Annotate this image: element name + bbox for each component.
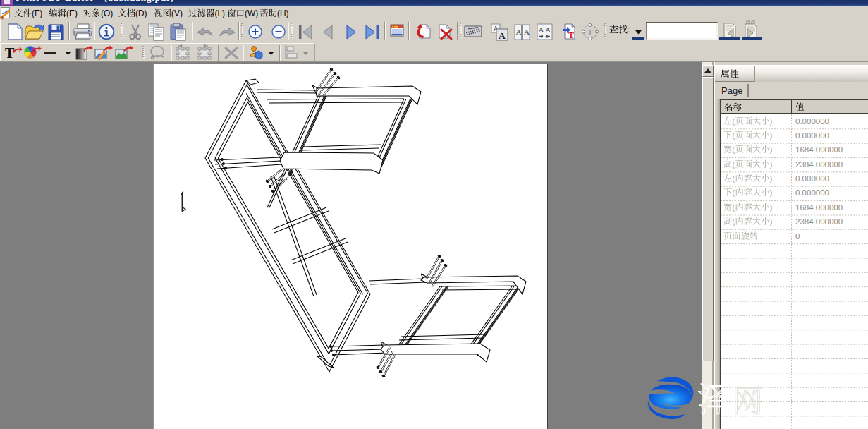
svg-text:(: (	[732, 116, 735, 125]
svg-text:(E): (E)	[66, 8, 78, 18]
svg-text:): )	[770, 188, 773, 197]
svg-text:(: (	[732, 145, 735, 154]
svg-text:): )	[770, 159, 773, 169]
svg-text:A: A	[516, 28, 522, 36]
svg-text:(L): (L)	[215, 8, 226, 18]
svg-text:(H): (H)	[277, 8, 289, 18]
svg-text:(: (	[732, 174, 735, 183]
svg-text:A: A	[524, 28, 530, 36]
svg-text:(: (	[732, 203, 735, 212]
svg-text:): )	[770, 131, 773, 140]
svg-text:T: T	[568, 30, 574, 40]
svg-text:(: (	[732, 217, 735, 226]
svg-text:): )	[770, 203, 773, 212]
svg-text:(F): (F)	[32, 8, 42, 18]
svg-text:(W): (W)	[245, 8, 258, 18]
svg-text:): )	[770, 145, 773, 154]
svg-text:(O): (O)	[101, 8, 113, 18]
svg-text:(D): (D)	[135, 8, 147, 18]
svg-text:T: T	[587, 27, 593, 37]
svg-text:A: A	[499, 30, 506, 41]
svg-text:A: A	[545, 25, 551, 34]
svg-text:T: T	[5, 45, 15, 61]
svg-text:(: (	[732, 131, 735, 140]
svg-text:(: (	[732, 188, 735, 197]
svg-text:A: A	[539, 25, 544, 34]
svg-text:): )	[770, 217, 773, 226]
svg-text:): )	[770, 174, 773, 183]
svg-text:): )	[770, 116, 773, 125]
svg-text:(V): (V)	[171, 8, 183, 18]
svg-text:(: (	[732, 159, 735, 169]
svg-text::: :	[628, 25, 630, 35]
